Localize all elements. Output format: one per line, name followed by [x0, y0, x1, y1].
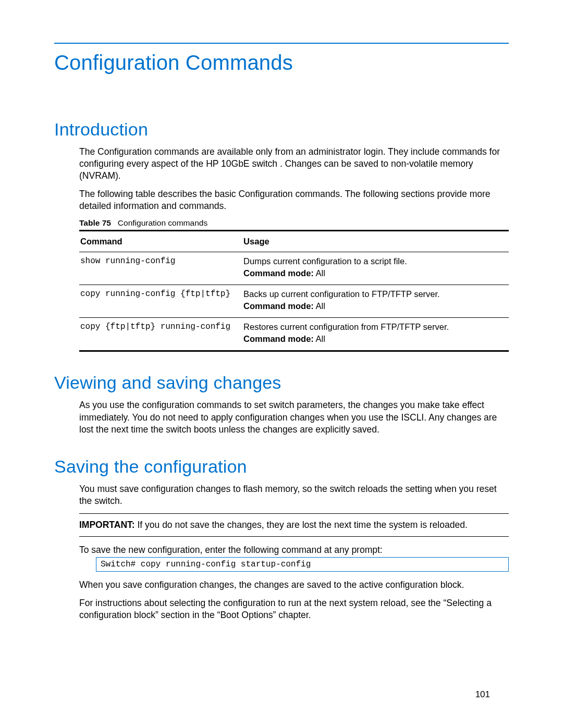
mode-value: All [314, 334, 325, 343]
intro-p2: The following table describes the basic … [79, 188, 509, 212]
top-rule [54, 43, 509, 44]
heading-introduction: Introduction [54, 119, 509, 140]
mode-label: Command mode: [243, 334, 314, 343]
heading-viewing: Viewing and saving changes [54, 373, 509, 393]
cmd-cell: copy running-config {ftp|tftp} [79, 285, 242, 318]
usage-text: Restores current configuration from FTP/… [243, 322, 506, 332]
table-row: copy running-config {ftp|tftp} Backs up … [79, 285, 509, 318]
cmd-cell: copy {ftp|tftp} running-config [79, 318, 242, 351]
mode-label: Command mode: [243, 268, 314, 278]
table-row: show running-config Dumps current config… [79, 252, 509, 285]
heading-saving: Saving the configuration [54, 456, 509, 477]
table-row: copy {ftp|tftp} running-config Restores … [79, 318, 509, 351]
important-text: If you do not save the changes, they are… [135, 520, 468, 530]
page-title: Configuration Commands [54, 51, 509, 75]
important-callout: IMPORTANT: If you do not save the change… [79, 513, 509, 537]
usage-cell: Backs up current configuration to FTP/TF… [242, 285, 509, 318]
table-caption-text: Configuration commands [118, 218, 207, 227]
viewing-body: As you use the configuration commands to… [54, 399, 509, 435]
saving-p3: When you save configuration changes, the… [79, 579, 509, 591]
intro-body: The Configuration commands are available… [54, 146, 509, 352]
config-commands-table: Command Usage show running-config Dumps … [79, 230, 509, 352]
usage-cell: Dumps current configuration to a script … [242, 252, 509, 285]
mode-value: All [314, 301, 325, 311]
mode-label: Command mode: [243, 301, 314, 311]
usage-text: Backs up current configuration to FTP/TF… [243, 289, 506, 299]
table-header-command: Command [79, 231, 242, 252]
cmd-cell: show running-config [79, 252, 242, 285]
saving-body: You must save configuration changes to f… [54, 483, 509, 621]
mode-value: All [314, 268, 325, 278]
saving-p1: You must save configuration changes to f… [79, 483, 509, 507]
usage-text: Dumps current configuration to a script … [243, 256, 506, 266]
saving-p2: To save the new configuration, enter the… [79, 544, 509, 556]
viewing-p1: As you use the configuration commands to… [79, 399, 509, 435]
table-caption: Table 75 Configuration commands [79, 218, 509, 228]
table-caption-label: Table 75 [79, 218, 111, 227]
usage-cell: Restores current configuration from FTP/… [242, 318, 509, 351]
page-number: 101 [475, 689, 490, 700]
table-header-usage: Usage [242, 231, 509, 252]
saving-p4: For instructions about selecting the con… [79, 597, 509, 621]
intro-p1: The Configuration commands are available… [79, 146, 509, 182]
code-example: Switch# copy running-config startup-conf… [96, 557, 509, 572]
important-label: IMPORTANT: [79, 520, 135, 530]
